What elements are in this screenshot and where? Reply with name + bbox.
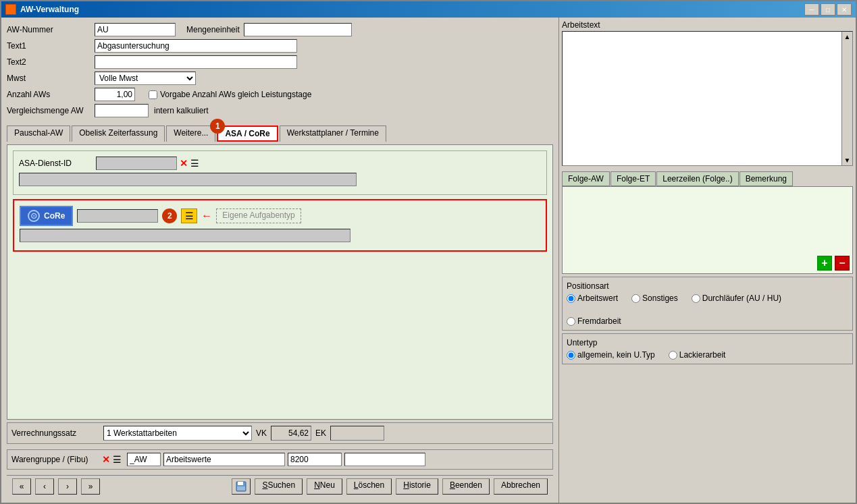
neu-button[interactable]: NNeu [307,478,342,495]
mwst-select[interactable]: Volle Mwst Halbe Mwst Keine Mwst [95,72,196,85]
right-tab-folge-et[interactable]: Folge-ET [611,171,656,186]
core-list-button[interactable]: ☰ [181,208,197,223]
arbeitstext-label: Arbeitstext [562,20,853,30]
text1-label: Text1 [7,41,95,51]
arbeitstext-textarea[interactable] [563,32,841,165]
warengruppe-code-input[interactable] [127,453,161,466]
left-panel: AW-Nummer Mengeneinheit Text1 Text2 [1,18,559,503]
minimize-button[interactable]: ─ [804,3,819,16]
asa-list-button[interactable]: ☰ [190,158,199,169]
nav-first-button[interactable]: « [12,478,31,495]
verrechnungssatz-select[interactable]: 1 Werkstattarbeiten 2 Karosseriearbeiten… [103,426,252,441]
positionsart-durchlaeufer: Durchläufer (AU / HU) [692,293,781,303]
asa-text-input[interactable] [19,173,357,186]
asa-dienst-row: ASA-Dienst-ID ✕ ☰ [19,157,541,170]
core-badge-label: CoRe [44,211,65,221]
mengeneinheit-label: Mengeneinheit [186,25,240,34]
radio-sonstiges[interactable] [631,294,640,303]
asa-section: ASA-Dienst-ID ✕ ☰ [13,150,547,195]
right-tab-content: + − [562,186,853,274]
text1-input[interactable] [95,39,297,53]
warengruppe-extra-input[interactable] [344,453,425,466]
arbeitstext-scrollbar[interactable]: ▲ ▼ [841,32,852,165]
vorgabe-checkbox[interactable] [149,90,157,99]
core-text-input[interactable] [20,229,350,242]
asa-dienst-id-input[interactable] [96,157,177,170]
untertyp-lackierarbeit: Lackierarbeit [669,350,726,360]
right-tab-leerzeilen[interactable]: Leerzeilen (Folge..) [656,171,738,186]
window-title: AW-Verwaltung [20,5,79,14]
untertyp-allgemein: allgemein, kein U.Typ [567,350,655,360]
svg-rect-1 [238,482,243,485]
eigene-aufgabentyp-button[interactable]: Eigene Aufgabentyp [216,208,301,223]
core-icon: ⊙ [28,210,40,222]
aw-nummer-row: AW-Nummer Mengeneinheit [7,23,553,36]
core-main-row: ⊙ CoRe 2 ☰ ← [20,206,540,226]
positionsart-label: Positionsart [567,281,848,291]
radio-arbeitswert[interactable] [567,294,575,303]
vorgabe-label: Vorgabe Anzahl AWs gleich Leistungstage [160,90,311,99]
radio-lackierarbeit[interactable] [669,351,677,360]
ek-input[interactable] [330,426,384,441]
core-input[interactable] [77,209,158,223]
aw-nummer-input[interactable] [95,23,176,36]
tab-weitere[interactable]: Weitere... [166,125,215,142]
tab-content-asa-core: ASA-Dienst-ID ✕ ☰ ⊙ [7,144,553,420]
scroll-up-button[interactable]: ▲ [844,33,851,40]
right-tab-folge-aw[interactable]: Folge-AW [562,171,610,186]
save-button[interactable] [232,478,251,495]
warengruppe-name-input[interactable] [163,453,285,466]
anzahl-aws-input[interactable] [95,88,135,101]
asa-clear-button[interactable]: ✕ [180,158,188,169]
tabs-row: Pauschal-AW Obelisk Zeiterfassung Weiter… [7,125,553,142]
asa-dienst-id-label: ASA-Dienst-ID [19,159,93,168]
radio-allgemein[interactable] [567,351,575,360]
warengruppe-label: Warengruppe / (Fibu) [11,455,99,464]
radio-fremdarbeit[interactable] [567,317,575,326]
warengruppe-clear-button[interactable]: ✕ [102,454,110,465]
plus-button[interactable]: + [817,256,832,271]
ek-label: EK [315,428,326,438]
maximize-button[interactable]: □ [821,3,835,16]
vergleichsmenge-label: Vergleichsmenge AW [7,106,95,115]
anzahl-aws-row: Anzahl AWs Vorgabe Anzahl AWs gleich Lei… [7,88,553,101]
untertyp-label: Untertyp [567,338,848,347]
loeschen-button[interactable]: Löschen [346,478,392,495]
core-text-row [20,229,540,242]
text2-input[interactable] [95,55,297,69]
main-window: AW-Verwaltung ─ □ ✕ AW-Nummer Mengeneinh… [0,0,857,504]
tab-pauschal-aw[interactable]: Pauschal-AW [7,125,70,142]
plus-minus-controls: + − [817,256,850,271]
warengruppe-list-button[interactable]: ☰ [113,454,122,465]
asa-text-row [19,173,541,186]
mengeneinheit-input[interactable] [244,23,352,36]
radio-durchlaeufer[interactable] [692,294,700,303]
positionsart-fremdarbeit: Fremdarbeit [567,316,621,326]
vk-label: VK [256,428,267,438]
right-tab-bemerkung[interactable]: Bemerkung [739,171,793,186]
close-button[interactable]: ✕ [837,3,852,16]
beenden-button[interactable]: Beenden [442,478,490,495]
nav-prev-button[interactable]: ‹ [35,478,54,495]
nav-last-button[interactable]: » [81,478,100,495]
abbrechen-button[interactable]: Abbrechen [494,478,548,495]
warengruppe-number-input[interactable] [288,453,342,466]
suchen-button[interactable]: SSuchen [255,478,303,495]
bottom-toolbar: « ‹ › » [7,475,553,497]
text2-label: Text2 [7,57,95,67]
scroll-down-button[interactable]: ▼ [844,157,851,164]
historie-button[interactable]: Historie [396,478,438,495]
text1-row: Text1 [7,39,553,53]
vergleichsmenge-input[interactable] [95,104,149,117]
vk-input[interactable] [271,426,311,441]
vorgabe-checkbox-row: Vorgabe Anzahl AWs gleich Leistungstage [149,90,311,99]
tab-werkstattplaner[interactable]: Werkstattplaner / Termine [280,125,386,142]
content-area: AW-Nummer Mengeneinheit Text1 Text2 [1,18,856,503]
minus-button[interactable]: − [835,256,850,271]
mwst-label: Mwst [7,74,95,83]
positionsart-arbeitswert: Arbeitswert [567,293,618,303]
tab-obelisk[interactable]: Obelisk Zeiterfassung [72,125,165,142]
nav-next-button[interactable]: › [58,478,77,495]
tab-asa-core[interactable]: ASA / CoRe [217,125,278,142]
untertyp-section: Untertyp allgemein, kein U.Typ Lackierar… [562,333,853,364]
